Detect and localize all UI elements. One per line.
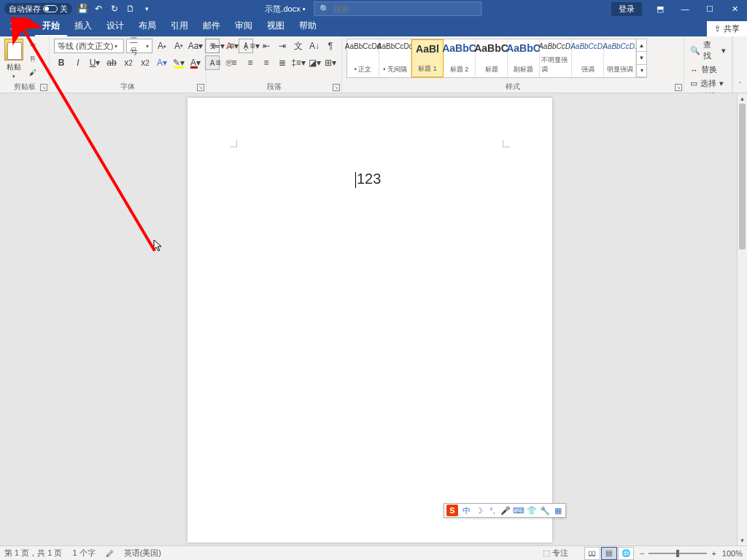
ime-mic-icon[interactable]: 🎤 (500, 505, 511, 516)
ime-keyboard-icon[interactable]: ⌨ (514, 505, 524, 516)
maximize-button[interactable]: ☐ (697, 0, 722, 18)
line-spacing-button[interactable]: ‡≡▾ (291, 55, 306, 70)
superscript-button[interactable]: x2 (138, 55, 152, 70)
tab-审阅[interactable]: 审阅 (228, 17, 260, 36)
grow-font-button[interactable]: A▴ (155, 39, 169, 53)
search-box[interactable]: 🔍 (314, 1, 482, 16)
status-language[interactable]: 英语(美国) (124, 548, 161, 559)
style-标题 2[interactable]: AaBbC标题 2 (444, 39, 476, 77)
sogou-logo-icon[interactable]: S (446, 505, 458, 516)
replace-button[interactable]: ↔替换 (689, 63, 727, 76)
login-button[interactable]: 登录 (611, 2, 642, 16)
minimize-button[interactable]: — (673, 0, 697, 18)
style-明显强调[interactable]: AaBbCcD.明显强调 (604, 39, 636, 77)
qat-more-icon[interactable]: ▾ (141, 3, 152, 15)
redo-icon[interactable]: ↻ (109, 3, 120, 15)
find-button[interactable]: 🔍查找▾ (689, 39, 727, 62)
clipboard-launcher[interactable]: ↘ (40, 84, 47, 91)
increase-indent-button[interactable]: ⇥ (275, 39, 290, 53)
new-doc-icon[interactable]: 🗋 (125, 3, 136, 15)
status-focus[interactable]: ⬚ 专注 (543, 548, 568, 559)
style-标题 1[interactable]: AaBl标题 1 (411, 39, 444, 77)
view-read-button[interactable]: 🕮 (584, 547, 600, 560)
paragraph-launcher[interactable]: ↘ (333, 84, 340, 91)
cut-button[interactable]: ✂ (26, 39, 39, 50)
copy-button[interactable]: ⎘ (26, 52, 39, 64)
document-content[interactable]: 123 (355, 171, 381, 188)
align-center-button[interactable]: ≡ (227, 55, 241, 70)
tab-视图[interactable]: 视图 (260, 17, 292, 36)
italic-button[interactable]: I (71, 55, 85, 70)
gallery-down-icon[interactable]: ▼ (637, 52, 646, 64)
numbering-button[interactable]: ≡▾ (227, 39, 241, 53)
ribbon-options-icon[interactable]: ⬒ (648, 0, 673, 18)
style-强调[interactable]: AaBbCcD.强调 (572, 39, 604, 77)
strike-button[interactable]: ab (104, 55, 119, 70)
save-icon[interactable]: 💾 (77, 3, 88, 15)
tab-插入[interactable]: 插入 (67, 17, 99, 36)
underline-button[interactable]: U▾ (88, 55, 102, 70)
style-• 正文[interactable]: AaBbCcDd• 正文 (347, 39, 379, 77)
borders-button[interactable]: ⊞▾ (323, 55, 338, 70)
decrease-indent-button[interactable]: ⇤ (259, 39, 274, 53)
zoom-slider[interactable]: − + (640, 549, 716, 558)
vertical-scrollbar[interactable]: ▲ ▼ (737, 93, 747, 545)
zoom-out-button[interactable]: − (640, 549, 644, 558)
ime-punct-icon[interactable]: °, (487, 505, 498, 516)
document-area[interactable]: 123 S 中 ☽ °, 🎤 ⌨ 👕 🔧 ▦ ▲ ▼ (0, 93, 747, 545)
font-color-button[interactable]: A▾ (188, 55, 203, 70)
style-副标题[interactable]: AaBbC副标题 (508, 39, 540, 77)
search-input[interactable] (333, 4, 477, 13)
tab-帮助[interactable]: 帮助 (292, 17, 324, 36)
paste-button[interactable]: 粘贴 ▾ (4, 39, 23, 79)
tab-设计[interactable]: 设计 (99, 17, 131, 36)
scroll-down-icon[interactable]: ▼ (738, 535, 747, 545)
shading-button[interactable]: ◪▾ (307, 55, 322, 70)
tab-布局[interactable]: 布局 (131, 17, 163, 36)
justify-button[interactable]: ≡ (259, 55, 274, 70)
styles-gallery[interactable]: AaBbCcDd• 正文AaBbCcDd• 无间隔AaBl标题 1AaBbC标题… (347, 39, 647, 78)
status-page[interactable]: 第 1 页，共 1 页 (4, 548, 62, 559)
style-不明显强调[interactable]: AaBbCcD.不明显强调 (540, 39, 572, 77)
format-painter-button[interactable]: 🖌 (26, 66, 39, 78)
change-case-button[interactable]: Aa▾ (188, 39, 203, 53)
gallery-more-icon[interactable]: ▾ (637, 65, 646, 77)
tab-文件[interactable]: 文件 (3, 17, 35, 36)
highlight-button[interactable]: ✎▾ (171, 55, 186, 70)
page[interactable]: 123 (187, 98, 552, 542)
shrink-font-button[interactable]: A▾ (171, 39, 186, 53)
gallery-up-icon[interactable]: ▲ (637, 39, 646, 52)
view-web-button[interactable]: 🌐 (618, 547, 634, 560)
tab-邮件[interactable]: 邮件 (196, 17, 228, 36)
tab-开始[interactable]: 开始 (35, 17, 67, 36)
zoom-level[interactable]: 100% (722, 549, 743, 558)
bullets-button[interactable]: ≔▾ (211, 39, 225, 53)
tab-引用[interactable]: 引用 (163, 17, 196, 36)
multilevel-button[interactable]: ⋮≡▾ (243, 39, 258, 53)
font-name-combo[interactable]: 等线 (西文正文)▾ (54, 39, 124, 53)
ime-skin-icon[interactable]: 👕 (527, 505, 537, 516)
align-left-button[interactable]: ≡ (211, 55, 225, 70)
zoom-in-button[interactable]: + (711, 549, 716, 558)
collapse-ribbon-button[interactable]: ˇ (732, 36, 747, 93)
sort-button[interactable]: A↓ (307, 39, 322, 53)
view-print-button[interactable]: ▤ (601, 547, 617, 560)
style-标题[interactable]: AaBbC标题 (476, 39, 508, 77)
gallery-scroll[interactable]: ▲▼▾ (636, 39, 646, 77)
ime-lang-icon[interactable]: 中 (461, 505, 471, 516)
styles-launcher[interactable]: ↘ (675, 84, 682, 91)
autosave-toggle[interactable]: 自动保存 关 (4, 3, 72, 15)
subscript-button[interactable]: x2 (121, 55, 136, 70)
undo-icon[interactable]: ↶ (93, 3, 104, 15)
font-launcher[interactable]: ↘ (197, 84, 204, 91)
ime-moon-icon[interactable]: ☽ (474, 505, 484, 516)
share-button[interactable]: ⇪ 共享 (707, 21, 747, 36)
scroll-thumb[interactable] (739, 104, 746, 249)
status-wordcount[interactable]: 1 个字 (72, 548, 95, 559)
show-marks-button[interactable]: ¶ (323, 39, 338, 53)
distribute-button[interactable]: ≣ (275, 55, 290, 70)
ime-tools-icon[interactable]: 🔧 (540, 505, 550, 516)
close-button[interactable]: ✕ (722, 0, 747, 18)
bold-button[interactable]: B (54, 55, 69, 70)
font-size-combo[interactable]: 二号▾ (126, 39, 152, 53)
